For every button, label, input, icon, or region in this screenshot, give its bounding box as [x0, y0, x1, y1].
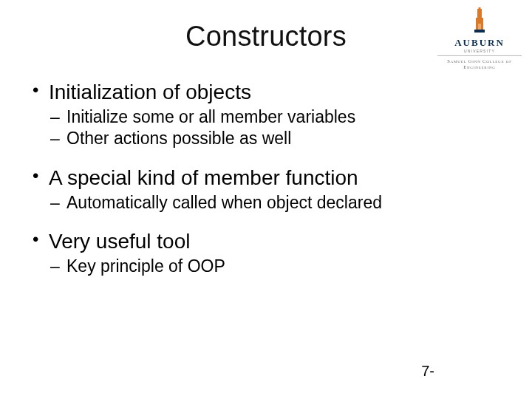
svg-rect-1 [479, 7, 481, 10]
slide-content: Initialization of objects Initialize som… [28, 79, 507, 278]
svg-rect-3 [474, 30, 485, 33]
sub-bullet-item: Initialize some or all member variables [49, 106, 507, 128]
sub-bullet-text: Automatically called when object declare… [66, 193, 382, 212]
slide: AUBURN UNIVERSITY Samuel Ginn College of… [0, 0, 532, 399]
sub-bullet-item: Key principle of OOP [49, 256, 507, 277]
bullet-text: Very useful tool [49, 230, 190, 253]
tower-icon [471, 7, 488, 35]
svg-rect-0 [477, 9, 482, 18]
logo-college: Samuel Ginn College of Engineering [436, 58, 523, 69]
university-logo: AUBURN UNIVERSITY Samuel Ginn College of… [436, 7, 523, 69]
bullet-item: A special kind of member function Automa… [28, 165, 507, 214]
slide-title: Constructors [25, 21, 507, 52]
sub-bullet-item: Other actions possible as well [49, 128, 507, 149]
sub-bullet-text: Other actions possible as well [66, 129, 291, 148]
sub-bullet-text: Initialize some or all member variables [66, 107, 355, 126]
bullet-text: Initialization of objects [49, 81, 251, 103]
bullet-item: Initialization of objects Initialize som… [28, 79, 507, 150]
logo-divider [437, 55, 522, 56]
logo-university-name: AUBURN [436, 38, 523, 48]
page-number: 7- [421, 363, 434, 380]
bullet-item: Very useful tool Key principle of OOP [28, 228, 507, 277]
svg-rect-4 [478, 24, 481, 30]
sub-bullet-item: Automatically called when object declare… [49, 192, 507, 214]
logo-university-sub: UNIVERSITY [436, 50, 523, 54]
bullet-text: A special kind of member function [49, 166, 358, 189]
sub-bullet-text: Key principle of OOP [66, 256, 225, 276]
